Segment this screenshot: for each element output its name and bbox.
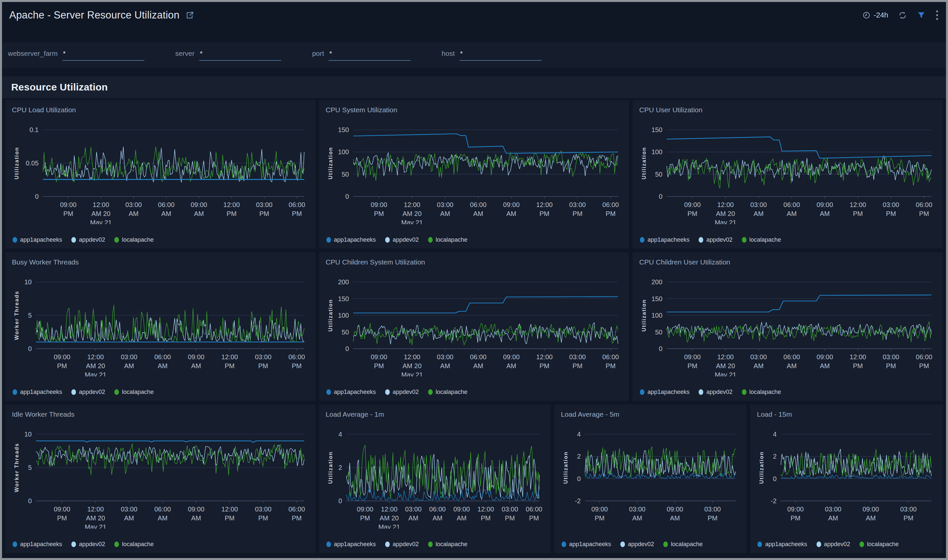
filter-input-server[interactable] (199, 49, 281, 61)
legend-dot (562, 542, 566, 547)
legend-item-appdev02[interactable]: appdev02 (385, 541, 419, 548)
x-tick-label: 09:00 (817, 353, 833, 361)
legend-item-appdev02[interactable]: appdev02 (699, 236, 732, 243)
legend-item-app1apacheeks[interactable]: app1apacheeks (640, 389, 689, 395)
chart-canvas-load-average-1m[interactable]: 024Utilization09:00PM12:00AM 20May 2103:… (325, 419, 545, 529)
chart-title: CPU Children User Utilization (639, 258, 937, 266)
x-tick-label: 03:00 (629, 506, 645, 513)
x-tick-label: AM (754, 362, 764, 369)
legend-item-appdev02[interactable]: appdev02 (71, 389, 105, 395)
x-tick-label: PM (481, 514, 491, 522)
filter-label: webserver_farm (8, 49, 58, 61)
y-axis-label: Utilization (328, 147, 333, 179)
x-tick-label: 03:00 (125, 201, 142, 208)
legend-item-app1apacheeks[interactable]: app1apacheeks (326, 236, 376, 243)
legend-item-appdev02[interactable]: appdev02 (817, 541, 850, 548)
legend-item-appdev02[interactable]: appdev02 (71, 541, 105, 548)
chart-canvas-cpu-load-utilization[interactable]: 00.050.1Utilization09:00PM12:00AM 20May … (11, 115, 310, 224)
chart-canvas-cpu-system-utilization[interactable]: 050100150Utilization09:00PM12:00AM 20May… (325, 115, 624, 224)
legend-item-localapache[interactable]: localapache (742, 236, 781, 243)
y-tick-label: 4 (577, 431, 581, 438)
legend-item-app1apacheeks[interactable]: app1apacheeks (326, 541, 376, 548)
filter-input-webserver-farm[interactable] (62, 49, 144, 61)
x-tick-label: 09:00 (503, 353, 520, 361)
legend-item-appdev02[interactable]: appdev02 (620, 541, 654, 548)
y-axis-label: Utilization (641, 147, 647, 179)
legend-item-app1apacheeks[interactable]: app1apacheeks (640, 236, 689, 243)
time-range-button[interactable]: -24h (862, 11, 888, 20)
legend-item-localapache[interactable]: localapache (428, 236, 467, 243)
legend-item-appdev02[interactable]: appdev02 (699, 389, 732, 395)
x-tick-label: AM (473, 210, 483, 217)
legend-item-app1apacheeks[interactable]: app1apacheeks (12, 541, 62, 548)
x-tick-label: May 21 (715, 219, 737, 224)
legend-item-localapache[interactable]: localapache (742, 389, 781, 395)
y-axis-label: Utilization (563, 451, 568, 484)
x-tick-label: AM (440, 362, 450, 369)
legend-dot (326, 389, 331, 395)
x-tick-label: AM (820, 210, 830, 217)
legend-item-appdev02[interactable]: appdev02 (385, 389, 419, 395)
x-tick-label: 09:00 (54, 506, 70, 513)
filter-port: port (312, 49, 411, 61)
legend-item-localapache[interactable]: localapache (428, 389, 467, 395)
legend-item-appdev02[interactable]: appdev02 (385, 236, 419, 243)
x-tick-label: 03:00 (569, 353, 586, 361)
x-tick-label: 12:00 (536, 201, 552, 208)
legend-item-localapache[interactable]: localapache (114, 389, 154, 395)
chart-canvas-cpu-children-system-utilization[interactable]: 050100150200Utilization09:00PM12:00AM 20… (325, 267, 624, 377)
series-path-localapache (353, 151, 618, 181)
legend-item-localapache[interactable]: localapache (114, 541, 154, 548)
kebab-icon[interactable] (936, 10, 939, 20)
x-tick-label: PM (572, 210, 582, 217)
filter-icon[interactable] (917, 11, 925, 20)
y-axis-label: Utilization (759, 451, 764, 484)
share-icon[interactable] (185, 11, 194, 20)
legend-item-app1apacheeks[interactable]: app1apacheeks (562, 541, 611, 548)
chart-canvas-cpu-user-utilization[interactable]: 050100150Utilization09:00PM12:00AM 20May… (638, 115, 937, 224)
y-tick-label: 100 (338, 148, 349, 155)
legend-label: localapache (436, 389, 467, 395)
x-tick-label: 03:00 (883, 201, 899, 208)
section-header: Resource Utilization (2, 76, 946, 98)
x-tick-label: 12:00 (87, 506, 104, 513)
x-tick-label: 06:00 (158, 201, 174, 208)
chart-canvas-cpu-children-user-utilization[interactable]: 050100150200Utilization09:00PM12:00AM 20… (638, 267, 937, 377)
x-tick-label: PM (374, 210, 384, 217)
filter-bar: webserver_farm server port host (2, 42, 946, 68)
legend-label: appdev02 (706, 389, 732, 395)
x-tick-label: PM (259, 210, 269, 217)
x-tick-label: 06:00 (602, 201, 619, 208)
legend-item-appdev02[interactable]: appdev02 (71, 236, 105, 243)
chart-canvas-load-15m[interactable]: -2024Utilization09:00PM03:00AM09:00AM03:… (756, 419, 937, 529)
chart-title: CPU System Utilization (326, 106, 624, 114)
legend-item-localapache[interactable]: localapache (663, 541, 703, 548)
x-tick-label: 09:00 (591, 506, 608, 513)
legend-item-localapache[interactable]: localapache (114, 236, 154, 243)
chart-legend: app1apacheeksappdev02localapache (326, 236, 624, 243)
x-tick-label: AM (670, 514, 680, 522)
legend-item-localapache[interactable]: localapache (428, 541, 467, 548)
chart-panel-load-average-5m: Load Average - 5m-2024Utilization09:00PM… (554, 405, 747, 553)
x-tick-label: 03:00 (256, 201, 272, 208)
chart-canvas-idle-worker-threads[interactable]: 0510Worker Threads09:00PM12:00AM 20May 2… (11, 419, 310, 529)
x-tick-label: PM (853, 210, 863, 217)
legend-item-app1apacheeks[interactable]: app1apacheeks (12, 236, 62, 243)
legend-dot (12, 237, 17, 243)
legend-item-app1apacheeks[interactable]: app1apacheeks (12, 389, 62, 395)
chart-canvas-load-average-5m[interactable]: -2024Utilization09:00PM03:00AM09:00AM03:… (560, 419, 742, 529)
x-tick-label: PM (292, 362, 302, 369)
filter-input-port[interactable] (329, 49, 411, 61)
y-tick-label: 0 (659, 345, 663, 352)
legend-item-app1apacheeks[interactable]: app1apacheeks (757, 541, 807, 548)
x-tick-label: PM (258, 362, 268, 369)
chart-legend: app1apacheeksappdev02localapache (757, 541, 937, 548)
legend-item-localapache[interactable]: localapache (859, 541, 899, 548)
legend-label: app1apacheeks (569, 541, 611, 548)
chart-canvas-busy-worker-threads[interactable]: 0510Worker Threads09:00PM12:00AM 20May 2… (11, 267, 310, 377)
refresh-icon[interactable] (898, 11, 907, 20)
legend-item-app1apacheeks[interactable]: app1apacheeks (326, 389, 376, 395)
filter-input-host[interactable] (459, 49, 542, 61)
y-tick-label: 50 (656, 329, 663, 336)
x-tick-label: 12:00 (717, 201, 734, 208)
